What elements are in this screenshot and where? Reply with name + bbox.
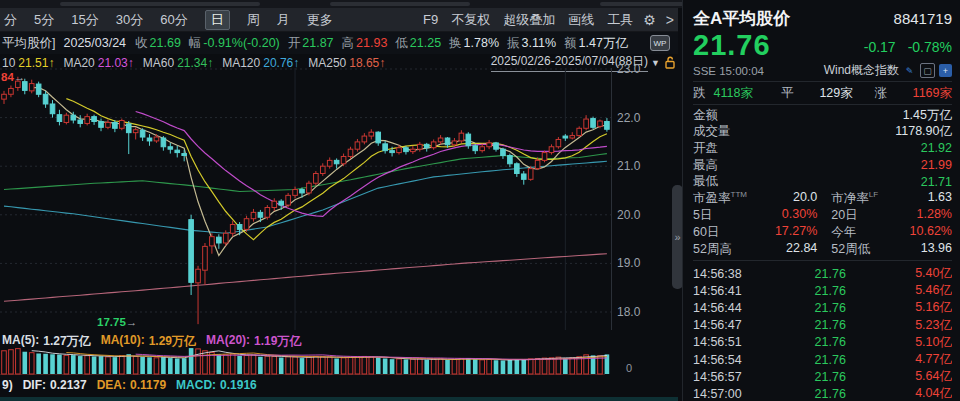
change-percent: -0.78% [908,39,952,55]
flat-count: 129家 [819,85,852,102]
period-tab[interactable]: 月 [277,11,290,29]
period-tab[interactable]: 分 [4,11,17,29]
stat-pair-row: 市盈率TTM 20.0 市净率LF 1.63 [693,190,952,207]
stat-pair-row: 5日 0.30% 20日 1.28% [693,207,952,224]
toolbar-action-button[interactable]: 工具 [607,11,633,29]
lock-icon[interactable] [664,56,676,69]
quote-field: 开 21.87 [288,35,334,52]
quote-field: 换 1.78% [449,35,499,52]
bottom-divider [0,397,678,401]
stat-row: 开盘 21.92 [693,140,952,157]
period-tab[interactable]: 5分 [34,11,54,29]
symbol-label: 平均股价] [2,35,55,52]
change-value: -0.17 [864,39,896,55]
divider [693,260,952,261]
macd-item: DEA: 0.1179 [97,378,166,392]
time-sales-row: 14:56:54 21.76 4.77亿 [693,351,952,368]
quote-date: 2025/03/24 [63,36,126,50]
svg-text:84→: 84→ [1,71,25,83]
exchange-time: SSE 15:00:04 [693,65,764,77]
stat-pair-row: 60日 17.27% 今年 10.62% [693,224,952,241]
period-tab[interactable]: 日 [205,10,230,30]
flat-label: 平 [781,85,794,102]
overlay-icon[interactable]: ▢ [920,63,935,78]
divider [693,104,952,105]
time-sales-row: 14:57:00 21.76 4.04亿 [693,385,952,401]
macd-item: DIF: 0.2137 [23,378,87,392]
period-toolbar: 分5分15分30分60分日周月更多 F9不复权超级叠加画线工具 ⚙ > [0,8,678,32]
stat-pair-rows: 市盈率TTM 20.0 市净率LF 1.63 5日 0.30% 20日 1.28… [693,190,952,258]
quote-field: 额 1.47万亿 [564,35,628,52]
toolbar-action-button[interactable]: 超级叠加 [503,11,555,29]
add-plus-icon[interactable]: + [939,64,952,77]
blurred-text-decoration [330,2,470,6]
up-count: 1169家 [913,85,952,102]
period-group: 分5分15分30分60分日周月更多 [4,10,333,30]
svg-text:17.75→: 17.75→ [97,316,137,328]
price-axis-label: 20.0 [617,208,651,222]
quote-fields: 收 21.69 幅 -0.91%(-0.20) 开 21.87 高 21.93 … [135,35,636,52]
quote-field: 低 21.25 [395,35,441,52]
stat-row: 最高 21.99 [693,157,952,174]
time-sales-list[interactable]: 14:56:38 21.76 5.40亿 14:56:41 21.76 5.46… [693,265,952,401]
time-sales-row: 14:56:47 21.76 5.23亿 [693,317,952,334]
instrument-code: 8841719 [894,10,952,27]
edit-pencil-icon[interactable]: ✎ [903,64,916,77]
down-count: 4118家 [714,85,753,102]
macd-item: MACD: 0.1916 [176,378,257,392]
volume-axis-zero: 0 [626,362,632,374]
price-axis-label: 22.0 [617,111,651,125]
quote-info-bar: 平均股价] 2025/03/24 收 21.69 幅 -0.91%(-0.20)… [0,32,678,54]
price-axis-label: 23.0 [617,62,651,76]
period-tab[interactable]: 30分 [116,11,143,29]
volume-chart[interactable] [0,347,612,375]
time-sales-row: 14:56:38 21.76 5.40亿 [693,265,952,282]
toolbar-action-button[interactable]: 不复权 [451,11,490,29]
macd-legend-bar: 9) DIF: 0.2137 DEA: 0.1179 MACD: 0.1916 [2,378,257,392]
last-price: 21.76 [693,30,771,60]
toolbar-actions: F9不复权超级叠加画线工具 [423,11,633,29]
volume-ma-item: MA(20): 1.19万亿 [206,333,301,347]
time-sales-row: 14:56:57 21.76 5.64亿 [693,368,952,385]
trading-terminal: 分5分15分30分60分日周月更多 F9不复权超级叠加画线工具 ⚙ > 平均股价… [0,0,960,401]
range-caret-icon[interactable]: ▼ [651,58,660,68]
down-label: 跌 [693,85,706,102]
blurred-text-decoration [60,2,260,6]
stat-row: 最低 21.71 [693,173,952,190]
volume-ma-item: MA(10): 1.29万亿 [101,333,196,347]
chevron-right-icon[interactable]: > [666,12,674,28]
volume-ma-legend: MA(5): 1.27万亿 MA(10): 1.29万亿 MA(20): 1.1… [2,333,301,347]
toolbar-action-button[interactable]: 画线 [568,11,594,29]
volume-ma-item: MA(5): 1.27万亿 [2,333,91,347]
quote-field: 幅 -0.91%(-0.20) [189,35,280,52]
stat-row: 金额 1.45万亿 [693,107,952,124]
price-axis-label: 18.0 [617,305,651,319]
period-tab[interactable]: 更多 [307,11,333,29]
time-sales-row: 14:56:41 21.76 5.46亿 [693,282,952,299]
quote-field: 高 21.93 [342,35,388,52]
price-chart[interactable]: 84→17.75→ [0,68,612,330]
macd-items: DIF: 0.2137 DEA: 0.1179 MACD: 0.1916 [23,378,257,392]
wp-badge-icon[interactable]: WP [650,35,670,51]
price-axis-label: 21.0 [617,159,651,173]
period-tab[interactable]: 60分 [160,11,187,29]
stat-pair-row: 52周高 22.84 52周低 13.96 [693,241,952,258]
up-label: 涨 [875,85,888,102]
quote-field: 收 21.69 [135,35,181,52]
quote-panel: 全A平均股价 8841719 21.76 -0.17 -0.78% SSE 15… [682,0,960,401]
market-breadth-row: 跌 4118家 平 129家 涨 1169家 [693,84,952,102]
divider [693,81,952,82]
period-tab[interactable]: 周 [247,11,260,29]
price-axis-label: 19.0 [617,256,651,270]
time-sales-row: 14:56:44 21.76 5.16亿 [693,299,952,316]
index-type-label: Wind概念指数 [824,62,899,79]
settings-gear-icon[interactable]: ⚙ [643,12,656,28]
time-sales-row: 14:56:51 21.76 5.10亿 [693,334,952,351]
stat-row: 成交量 1178.90亿 [693,124,952,141]
price-change: -0.17 -0.78% [864,39,952,55]
macd-prefix: 9) [2,378,13,392]
toolbar-action-button[interactable]: F9 [423,12,438,27]
stat-rows: 金额 1.45万亿 成交量 1178.90亿 开盘 21.92 最高 21.99… [693,107,952,190]
period-tab[interactable]: 15分 [71,11,98,29]
quote-field: 振 3.11% [507,35,556,52]
